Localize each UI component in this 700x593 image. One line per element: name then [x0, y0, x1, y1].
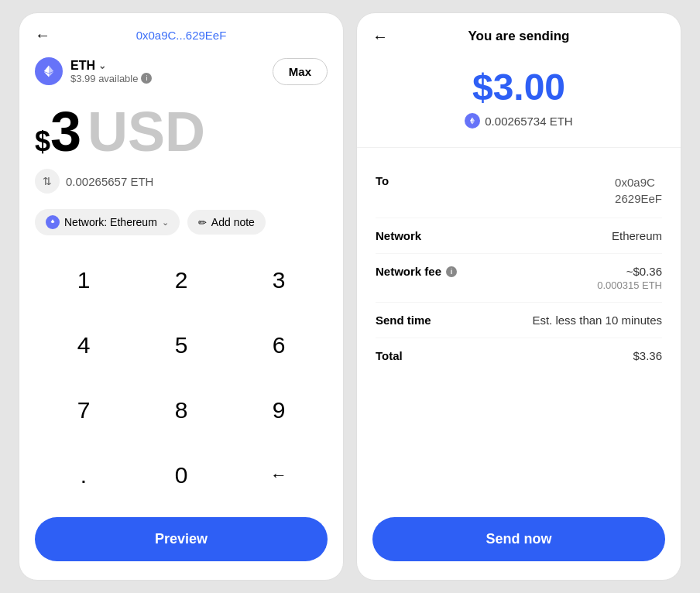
fee-eth-value: 0.000315 ETH — [597, 279, 662, 291]
total-label: Total — [376, 349, 403, 362]
preview-btn-container: Preview — [19, 508, 343, 580]
network-row: Network Ethereum — [376, 218, 662, 254]
to-row: To 0x0a9C 2629EeF — [376, 163, 662, 218]
token-symbol: ETH — [70, 59, 95, 73]
add-note-button[interactable]: ✏ Add note — [187, 210, 266, 235]
left-header: ← 0x0a9C...629EeF — [19, 13, 343, 51]
network-label: Network: Ethereum — [64, 216, 157, 228]
token-chevron-icon: ⌄ — [98, 60, 106, 71]
numpad-key-backspace[interactable]: ← — [230, 443, 328, 508]
numpad-key-5[interactable]: 5 — [132, 313, 230, 378]
svg-marker-5 — [51, 219, 53, 223]
add-note-label: Add note — [211, 216, 255, 228]
network-detail-label: Network — [376, 229, 421, 242]
numpad-key-dot[interactable]: . — [35, 443, 132, 508]
amount-currency: USD — [88, 104, 205, 159]
confirm-header: ← You are sending — [357, 13, 681, 57]
fee-usd-value: ~$0.36 — [597, 265, 662, 278]
right-back-button[interactable]: ← — [372, 28, 388, 46]
total-value: $3.36 — [633, 349, 662, 362]
confirm-usd-amount: $3.00 — [472, 66, 565, 108]
numpad: 123456789.0← — [19, 248, 343, 508]
numpad-key-4[interactable]: 4 — [35, 313, 132, 378]
to-address: 0x0a9C 2629EeF — [615, 174, 662, 207]
numpad-key-1[interactable]: 1 — [35, 248, 132, 313]
dollar-sign: $ — [35, 125, 50, 158]
token-text: ETH ⌄ $3.99 available i — [70, 59, 152, 84]
confirm-eth-text: 0.00265734 ETH — [485, 115, 572, 128]
token-balance: $3.99 available i — [70, 73, 152, 84]
eth-icon — [35, 57, 63, 85]
balance-info-icon[interactable]: i — [141, 73, 152, 84]
numpad-key-7[interactable]: 7 — [35, 378, 132, 443]
action-row: Network: Ethereum ⌄ ✏ Add note — [19, 203, 343, 248]
send-time-label: Send time — [376, 314, 431, 327]
confirm-eth-icon — [465, 113, 480, 129]
fee-value-group: ~$0.36 0.000315 ETH — [597, 265, 662, 291]
preview-button[interactable]: Preview — [35, 517, 328, 561]
screens-container: ← 0x0a9C...629EeF ETH ⌄ — [0, 0, 700, 593]
details-section: To 0x0a9C 2629EeF Network Ethereum Netwo… — [357, 148, 681, 508]
max-button[interactable]: Max — [273, 58, 328, 85]
network-chevron-icon: ⌄ — [162, 218, 169, 228]
fee-row: Network fee i ~$0.36 0.000315 ETH — [376, 254, 662, 303]
send-now-button[interactable]: Send now — [372, 517, 665, 561]
svg-marker-4 — [53, 219, 55, 223]
token-info: ETH ⌄ $3.99 available i — [35, 57, 152, 85]
network-eth-icon — [46, 215, 60, 229]
send-btn-container: Send now — [357, 508, 681, 580]
confirm-amount-section: $3.00 0.00265734 ETH — [357, 57, 681, 148]
numpad-key-0[interactable]: 0 — [132, 443, 230, 508]
numpad-key-8[interactable]: 8 — [132, 378, 230, 443]
fee-label: Network fee i — [376, 265, 457, 278]
left-screen: ← 0x0a9C...629EeF ETH ⌄ — [19, 12, 344, 581]
amount-number: 3 — [50, 104, 81, 159]
send-time-row: Send time Est. less than 10 minutes — [376, 303, 662, 338]
network-button[interactable]: Network: Ethereum ⌄ — [35, 209, 180, 235]
numpad-key-6[interactable]: 6 — [230, 313, 328, 378]
numpad-key-9[interactable]: 9 — [230, 378, 328, 443]
numpad-key-2[interactable]: 2 — [132, 248, 230, 313]
eth-equiv-text: 0.00265657 ETH — [66, 175, 153, 188]
token-row: ETH ⌄ $3.99 available i Max — [19, 51, 343, 94]
eth-equivalent-row: ⇅ 0.00265657 ETH — [19, 166, 343, 203]
numpad-key-3[interactable]: 3 — [230, 248, 328, 313]
svg-marker-7 — [470, 118, 472, 122]
confirm-eth-row: 0.00265734 ETH — [465, 113, 572, 129]
pencil-icon: ✏ — [198, 217, 207, 228]
network-detail-value: Ethereum — [612, 229, 662, 242]
token-name-row[interactable]: ETH ⌄ — [70, 59, 152, 73]
amount-display: $ 3 USD — [19, 94, 343, 166]
left-back-button[interactable]: ← — [35, 26, 50, 44]
fee-info-icon[interactable]: i — [446, 266, 457, 277]
confirm-title: You are sending — [468, 29, 570, 44]
swap-icon[interactable]: ⇅ — [35, 169, 60, 194]
to-label: To — [376, 174, 389, 187]
total-row: Total $3.36 — [376, 338, 662, 373]
right-screen: ← You are sending $3.00 0.00265734 ETH — [356, 12, 681, 581]
svg-marker-6 — [472, 118, 475, 122]
send-time-value: Est. less than 10 minutes — [532, 314, 662, 327]
address-display[interactable]: 0x0a9C...629EeF — [136, 29, 227, 42]
